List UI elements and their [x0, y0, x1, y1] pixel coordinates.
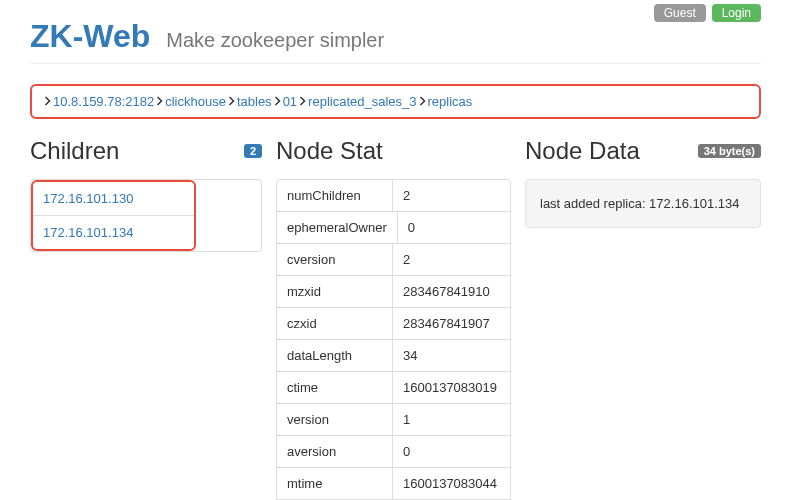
table-row: dataLength34 — [277, 340, 510, 372]
breadcrumb-item[interactable]: 10.8.159.78:2182 — [53, 94, 154, 109]
breadcrumb-item[interactable]: tables — [237, 94, 272, 109]
table-row: mzxid283467841910 — [277, 276, 510, 308]
chevron-right-icon — [274, 94, 281, 109]
stat-key: dataLength — [277, 340, 392, 371]
table-row: mtime1600137083044 — [277, 468, 510, 500]
stat-key: version — [277, 404, 392, 435]
stat-value: 0 — [397, 212, 510, 243]
stat-key: ephemeralOwner — [277, 212, 397, 243]
child-item[interactable]: 172.16.101.134 — [33, 216, 194, 249]
stat-value: 1 — [392, 404, 510, 435]
stat-value: 1600137083044 — [392, 468, 510, 499]
breadcrumb-item[interactable]: replicas — [428, 94, 473, 109]
stat-value: 2 — [392, 180, 510, 211]
breadcrumb-item[interactable]: 01 — [283, 94, 297, 109]
brand-logo[interactable]: ZK-Web — [30, 18, 150, 55]
tagline: Make zookeeper simpler — [166, 29, 384, 52]
children-title: Children — [30, 137, 119, 165]
children-list-outer: 172.16.101.130172.16.101.134 — [30, 179, 262, 252]
table-row: czxid283467841907 — [277, 308, 510, 340]
table-row: version1 — [277, 404, 510, 436]
nodestat-table: numChildren2ephemeralOwner0cversion2mzxi… — [276, 179, 511, 500]
stat-value: 283467841910 — [392, 276, 510, 307]
table-row: ephemeralOwner0 — [277, 212, 510, 244]
nodestat-title: Node Stat — [276, 137, 383, 165]
table-row: cversion2 — [277, 244, 510, 276]
chevron-right-icon — [228, 94, 235, 109]
child-item[interactable]: 172.16.101.130 — [33, 182, 194, 216]
stat-key: czxid — [277, 308, 392, 339]
children-count-badge: 2 — [244, 144, 262, 158]
breadcrumb-item[interactable]: clickhouse — [165, 94, 226, 109]
stat-key: cversion — [277, 244, 392, 275]
chevron-right-icon — [299, 94, 306, 109]
breadcrumb-item[interactable]: replicated_sales_3 — [308, 94, 416, 109]
table-row: aversion0 — [277, 436, 510, 468]
stat-key: ctime — [277, 372, 392, 403]
page-header: ZK-Web Make zookeeper simpler — [30, 18, 761, 64]
nodedata-bytes-badge: 34 byte(s) — [698, 144, 761, 158]
stat-value: 34 — [392, 340, 510, 371]
chevron-right-icon — [419, 94, 426, 109]
stat-value: 1600137083019 — [392, 372, 510, 403]
table-row: numChildren2 — [277, 180, 510, 212]
chevron-right-icon — [44, 94, 51, 109]
stat-key: mtime — [277, 468, 392, 499]
table-row: ctime1600137083019 — [277, 372, 510, 404]
nodedata-title: Node Data — [525, 137, 640, 165]
guest-button[interactable]: Guest — [654, 4, 706, 22]
breadcrumb: 10.8.159.78:2182clickhousetables01replic… — [30, 84, 761, 119]
stat-key: aversion — [277, 436, 392, 467]
stat-value: 0 — [392, 436, 510, 467]
stat-key: numChildren — [277, 180, 392, 211]
chevron-right-icon — [156, 94, 163, 109]
stat-value: 283467841907 — [392, 308, 510, 339]
login-button[interactable]: Login — [712, 4, 761, 22]
stat-key: mzxid — [277, 276, 392, 307]
nodedata-content: last added replica: 172.16.101.134 — [525, 179, 761, 228]
stat-value: 2 — [392, 244, 510, 275]
